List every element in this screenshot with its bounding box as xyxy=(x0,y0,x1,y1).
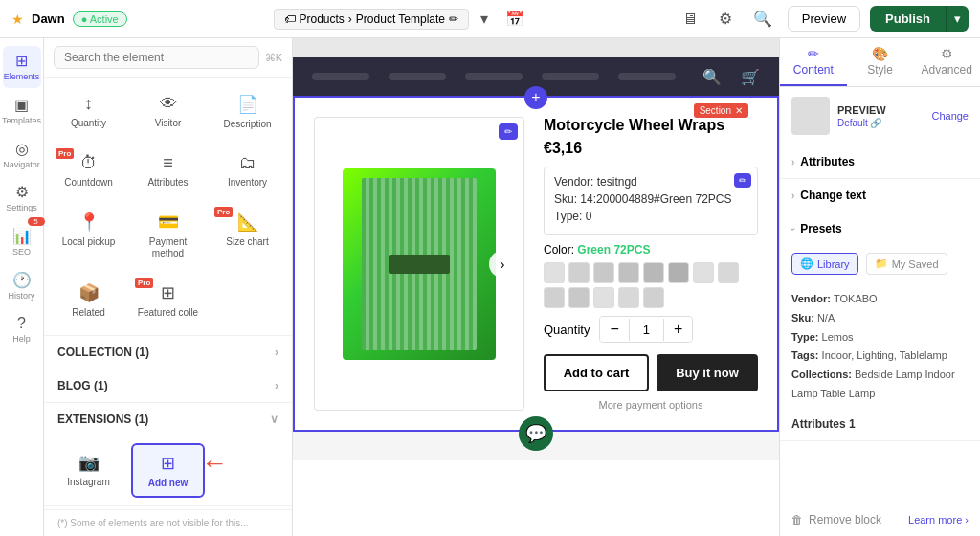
swatch-8[interactable] xyxy=(718,262,739,283)
extensions-label: EXTENSIONS (1) xyxy=(57,413,148,426)
swatch-9[interactable] xyxy=(544,287,565,308)
vendor-edit-button[interactable]: ✏ xyxy=(734,173,751,188)
calendar-icon[interactable]: 📅 xyxy=(500,6,530,32)
more-payment-options[interactable]: More payment options xyxy=(544,399,758,411)
qty-plus-button[interactable]: + xyxy=(664,317,692,342)
attributes-header[interactable]: › Attributes xyxy=(780,145,980,178)
collection-header[interactable]: COLLECTION (1) › xyxy=(44,336,292,368)
preset-tab-my-saved[interactable]: 📁 My Saved xyxy=(866,253,947,275)
publish-btn-wrap: Publish ▾ xyxy=(870,6,969,32)
change-text-header[interactable]: › Change text xyxy=(780,179,980,212)
buy-now-button[interactable]: Buy it now xyxy=(657,354,758,391)
add-to-cart-button[interactable]: Add to cart xyxy=(544,354,649,391)
swatch-6[interactable] xyxy=(668,262,689,283)
related-icon: 📦 xyxy=(78,282,100,303)
change-link[interactable]: Change xyxy=(931,110,969,122)
dropdown-button[interactable]: ▾ xyxy=(475,6,494,32)
style-tab-icon: 🎨 xyxy=(851,46,910,61)
swatch-12[interactable] xyxy=(618,287,639,308)
preset-tab-library[interactable]: 🌐 Library xyxy=(791,253,858,275)
remove-block-button[interactable]: 🗑 Remove block xyxy=(791,513,881,526)
swatch-2[interactable] xyxy=(568,262,590,283)
presets-arrow: › xyxy=(788,227,798,230)
pro-badge-size-chart: Pro xyxy=(214,207,233,217)
swatch-10[interactable] xyxy=(568,287,590,308)
image-next-button[interactable]: › xyxy=(489,251,516,278)
blog-section: BLOG (1) › xyxy=(44,369,292,403)
visitor-icon: 👁 xyxy=(160,94,177,114)
desktop-icon[interactable]: 🖥 xyxy=(677,7,703,32)
pro-badge-countdown: Pro xyxy=(56,148,74,159)
swatch-5[interactable] xyxy=(643,262,664,283)
blog-arrow: › xyxy=(275,379,278,392)
sidebar-item-navigator[interactable]: ◎ Navigator xyxy=(3,134,41,176)
site-name: Dawn xyxy=(32,11,65,26)
presets-label: Presets xyxy=(800,222,841,235)
publish-dropdown-button[interactable]: ▾ xyxy=(946,6,969,32)
quantity-control: − 1 + xyxy=(599,316,693,343)
arrow-indicator: ← xyxy=(201,448,228,479)
seo-icon: 📊 xyxy=(12,227,32,245)
vi-tags-val: Indoor, Lighting, Tablelamp xyxy=(822,349,947,361)
chat-bubble-button[interactable]: 💬 xyxy=(519,416,553,451)
learn-more-link[interactable]: Learn more › xyxy=(908,514,969,525)
qty-minus-button[interactable]: − xyxy=(600,317,628,342)
swatch-13[interactable] xyxy=(643,287,664,308)
sidebar-item-templates[interactable]: ▣ Templates xyxy=(3,90,41,132)
element-inventory: 🗂 Inventory xyxy=(211,145,284,197)
color-label: Color: Green 72PCS xyxy=(544,243,758,257)
tab-advanced[interactable]: ⚙ Advanced xyxy=(913,38,980,86)
product-section-container: Section ✕ + ✏ › Motorcycle Wheel xyxy=(293,96,779,432)
add-new-button[interactable]: ⊞ Add new xyxy=(131,443,205,498)
style-tab-label: Style xyxy=(867,63,893,77)
library-label: Library xyxy=(817,258,850,270)
attributes-section-label: Attributes xyxy=(800,155,855,168)
elements-grid: ↕ Quantity 👁 Visitor 📄 Description Pro xyxy=(44,78,292,336)
swatch-11[interactable] xyxy=(593,287,614,308)
presets-section: › Presets 🌐 Library 📁 My Saved Vendor: T… xyxy=(780,212,980,441)
swatch-3[interactable] xyxy=(593,262,614,283)
sidebar-item-seo[interactable]: 📊 SEO xyxy=(3,221,41,263)
blog-header[interactable]: BLOG (1) › xyxy=(44,369,292,402)
payment-method-icon: 💳 xyxy=(158,212,179,233)
quantity-icon: ↕ xyxy=(84,94,93,114)
top-bar: ★ Dawn ● Active 🏷 Products › Product Tem… xyxy=(0,0,980,38)
preview-button[interactable]: Preview xyxy=(788,6,860,32)
settings-icon[interactable]: ⚙ xyxy=(713,6,738,32)
product-price: €3,16 xyxy=(544,140,758,157)
sidebar-item-history[interactable]: 🕐 History xyxy=(3,265,41,307)
action-buttons: Add to cart Buy it now xyxy=(544,354,758,391)
swatch-1[interactable] xyxy=(544,262,565,283)
swatch-4[interactable] xyxy=(618,262,639,283)
presets-tabs: 🌐 Library 📁 My Saved xyxy=(780,245,980,282)
image-edit-button[interactable]: ✏ xyxy=(499,123,518,140)
remove-block-row: 🗑 Remove block Learn more › xyxy=(780,502,980,536)
section-add-button[interactable]: + xyxy=(524,86,547,109)
extensions-header[interactable]: EXTENSIONS (1) ∨ xyxy=(44,403,292,436)
search-input[interactable] xyxy=(54,46,259,69)
swatch-7[interactable] xyxy=(693,262,714,283)
type-row: Type: 0 xyxy=(554,210,747,223)
vi-sku-val: N/A xyxy=(817,312,835,324)
presets-header[interactable]: › Presets xyxy=(780,212,980,245)
element-instagram[interactable]: 📷 Instagram xyxy=(52,443,125,498)
preview-info: PREVIEW Default 🔗 xyxy=(837,104,924,128)
sidebar-item-settings[interactable]: ⚙ Settings xyxy=(3,177,41,219)
nav-pill-2 xyxy=(389,73,446,80)
breadcrumb-tag[interactable]: 🏷 Products › Product Template ✏ xyxy=(274,9,470,30)
search-bar: ⌘K xyxy=(44,38,292,78)
search-shortcut: ⌘K xyxy=(265,52,282,64)
sidebar-item-elements[interactable]: ⊞ Elements xyxy=(3,46,41,88)
element-visitor: 👁 Visitor xyxy=(131,85,205,139)
quantity-row: Quantity − 1 + xyxy=(544,316,758,343)
section-delete-icon[interactable]: ✕ xyxy=(735,105,743,116)
vi-type-val: Lemos xyxy=(822,331,854,343)
tab-style[interactable]: 🎨 Style xyxy=(847,38,914,86)
preview-label: PREVIEW xyxy=(837,104,924,116)
search-icon[interactable]: 🔍 xyxy=(747,6,778,32)
nav-pill-4 xyxy=(542,73,599,80)
breadcrumb-edit-icon[interactable]: ✏ xyxy=(449,12,458,26)
publish-button[interactable]: Publish xyxy=(870,6,946,32)
tab-content[interactable]: ✏ Content xyxy=(780,38,847,86)
sidebar-item-help[interactable]: ? Help xyxy=(3,309,41,350)
